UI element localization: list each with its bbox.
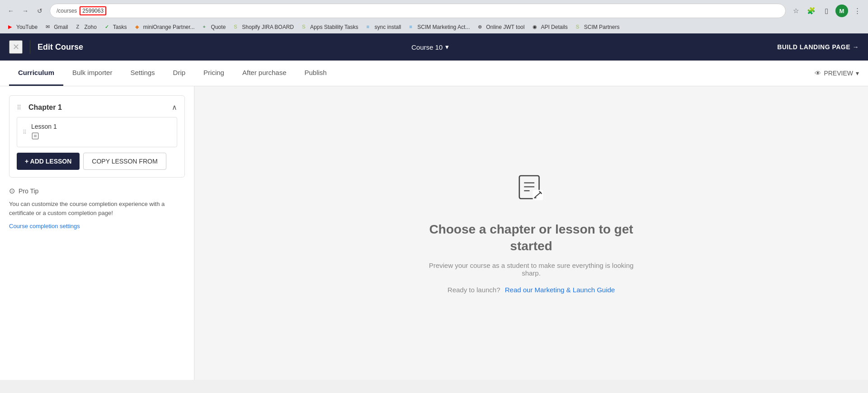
bookmark-gmail[interactable]: ✉ Gmail (42, 23, 71, 32)
sync-install-favicon: ≡ (367, 24, 373, 30)
lesson-drag-handle[interactable]: ⠿ (23, 129, 27, 136)
bookmark-miniorange-label: miniOrange Partner... (143, 24, 195, 30)
youtube-favicon: ▶ (8, 24, 14, 30)
bookmark-scim-partners[interactable]: S SCIM Partners (572, 23, 623, 32)
course-selector-label: Course 10 (411, 43, 443, 51)
bookmark-apps-stability-label: Apps Stability Tasks (310, 24, 359, 30)
menu-button[interactable]: ⋮ (851, 5, 863, 17)
build-landing-page-button[interactable]: BUILD LANDING PAGE → (777, 43, 859, 51)
build-landing-label: BUILD LANDING PAGE → (777, 43, 859, 51)
tab-drip[interactable]: Drip (164, 61, 195, 86)
bookmark-api-details-label: API Details (541, 24, 567, 30)
preview-button[interactable]: 👁 PREVIEW ▾ (815, 70, 859, 77)
ready-launch-text: Ready to launch? Read our Marketing & La… (427, 286, 635, 294)
back-button[interactable]: ← (5, 5, 17, 17)
header-divider (30, 40, 30, 54)
bookmark-apps-stability[interactable]: S Apps Stability Tasks (298, 23, 362, 32)
bookmark-jwt-label: Online JWT tool (486, 24, 524, 30)
zoho-favicon: Z (76, 24, 83, 30)
jwt-favicon: ⊕ (478, 24, 484, 30)
chapter-title: Chapter 1 (28, 103, 62, 112)
tab-settings[interactable]: Settings (121, 61, 164, 86)
bookmark-sync-install-label: sync install (375, 24, 401, 30)
miniorange-favicon: ◆ (135, 24, 142, 30)
svg-rect-0 (32, 133, 38, 139)
bookmark-scim-partners-label: SCIM Partners (584, 24, 620, 30)
url-prefix: /courses (57, 8, 77, 14)
placeholder-content: Choose a chapter or lesson to get starte… (418, 164, 644, 303)
bookmark-zoho[interactable]: Z Zoho (73, 23, 100, 32)
content-area: Choose a chapter or lesson to get starte… (194, 86, 868, 380)
placeholder-title: Choose a chapter or lesson to get starte… (427, 221, 635, 254)
api-details-favicon: ◉ (533, 24, 539, 30)
address-bar[interactable]: /courses 2599063 (50, 4, 786, 18)
close-button[interactable]: ✕ (9, 40, 23, 54)
marketing-guide-link[interactable]: Read our Marketing & Launch Guide (505, 286, 615, 294)
bookmark-quote-label: Quote (211, 24, 226, 30)
eye-icon: 👁 (815, 70, 821, 77)
page-title: Edit Course (38, 42, 83, 52)
chapter-header: ⠿ Chapter 1 ∧ (17, 103, 177, 112)
scim-marketing-favicon: ≡ (409, 24, 415, 30)
ready-text: Ready to launch? (448, 286, 500, 294)
copy-lesson-button[interactable]: COPY LESSON FROM (83, 153, 166, 170)
course-completion-settings-link[interactable]: Course completion settings (9, 223, 80, 229)
bookmark-shopify-jira[interactable]: S Shopify JIRA BOARD (230, 23, 297, 32)
bookmark-scim-marketing-label: SCIM Marketing Act... (417, 24, 470, 30)
tabs-bar: Curriculum Bulk importer Settings Drip P… (0, 61, 868, 86)
main-layout: ⠿ Chapter 1 ∧ ⠿ Lesson 1 (0, 86, 868, 380)
bookmark-youtube[interactable]: ▶ YouTube (5, 23, 41, 32)
tab-after-purchase[interactable]: After purchase (233, 61, 296, 86)
shopify-jira-favicon: S (234, 24, 240, 30)
browser-actions: ☆ 🧩 ▯ M ⋮ (789, 5, 863, 17)
lesson-actions: + ADD LESSON COPY LESSON FROM (17, 153, 177, 170)
chapter-collapse-button[interactable]: ∧ (172, 103, 177, 112)
scim-partners-favicon: S (576, 24, 582, 30)
chevron-down-icon: ▾ (445, 43, 449, 51)
bookmark-quote[interactable]: + Quote (199, 23, 230, 32)
lesson-info: Lesson 1 (31, 123, 171, 141)
browser-chrome: ← → ↺ /courses 2599063 ☆ 🧩 ▯ M ⋮ ▶ YouTu… (0, 0, 868, 33)
course-selector[interactable]: Course 10 ▾ (411, 43, 449, 51)
bookmark-sync-install[interactable]: ≡ sync install (363, 23, 405, 32)
pro-tip-icon: ⊙ (9, 187, 15, 195)
bookmark-gmail-label: Gmail (54, 24, 68, 30)
tasks-favicon: ✓ (105, 24, 111, 30)
tab-publish[interactable]: Publish (296, 61, 336, 86)
lesson-item: ⠿ Lesson 1 (17, 117, 177, 147)
star-button[interactable]: ☆ (789, 5, 802, 17)
extensions-button[interactable]: 🧩 (805, 5, 817, 17)
bookmark-miniorange[interactable]: ◆ miniOrange Partner... (132, 23, 198, 32)
tab-pricing[interactable]: Pricing (194, 61, 233, 86)
forward-button[interactable]: → (19, 5, 32, 17)
sidebar-button[interactable]: ▯ (820, 5, 833, 17)
bookmark-youtube-label: YouTube (16, 24, 38, 30)
bookmark-tasks-label: Tasks (113, 24, 127, 30)
pro-tip-section: ⊙ Pro Tip You can customize the course c… (9, 185, 185, 232)
bookmark-shopify-jira-label: Shopify JIRA BOARD (242, 24, 294, 30)
bookmark-tasks[interactable]: ✓ Tasks (101, 23, 131, 32)
browser-nav-buttons: ← → ↺ (5, 5, 46, 17)
gmail-favicon: ✉ (46, 24, 52, 30)
chapter-block: ⠿ Chapter 1 ∧ ⠿ Lesson 1 (9, 95, 185, 178)
lesson-name: Lesson 1 (31, 123, 171, 130)
reload-button[interactable]: ↺ (33, 5, 46, 17)
profile-button[interactable]: M (835, 5, 848, 17)
app-header: ✕ Edit Course Course 10 ▾ BUILD LANDING … (0, 33, 868, 61)
chapter-drag-handle[interactable]: ⠿ (17, 104, 21, 111)
bookmark-api-details[interactable]: ◉ API Details (529, 23, 571, 32)
bookmark-jwt[interactable]: ⊕ Online JWT tool (474, 23, 528, 32)
quote-favicon: + (203, 24, 209, 30)
bookmark-scim-marketing[interactable]: ≡ SCIM Marketing Act... (406, 23, 473, 32)
tab-curriculum[interactable]: Curriculum (9, 61, 63, 86)
sidebar: ⠿ Chapter 1 ∧ ⠿ Lesson 1 (0, 86, 194, 380)
browser-toolbar: ← → ↺ /courses 2599063 ☆ 🧩 ▯ M ⋮ (5, 4, 863, 18)
pro-tip-label: Pro Tip (19, 187, 38, 195)
lesson-type-icon (31, 132, 171, 141)
placeholder-subtitle: Preview your course as a student to make… (427, 262, 635, 277)
checklist-icon (427, 173, 635, 211)
add-lesson-button[interactable]: + ADD LESSON (17, 153, 80, 170)
pro-tip-header: ⊙ Pro Tip (9, 187, 185, 195)
url-course-id: 2599063 (80, 6, 106, 15)
tab-bulk-importer[interactable]: Bulk importer (63, 61, 121, 86)
